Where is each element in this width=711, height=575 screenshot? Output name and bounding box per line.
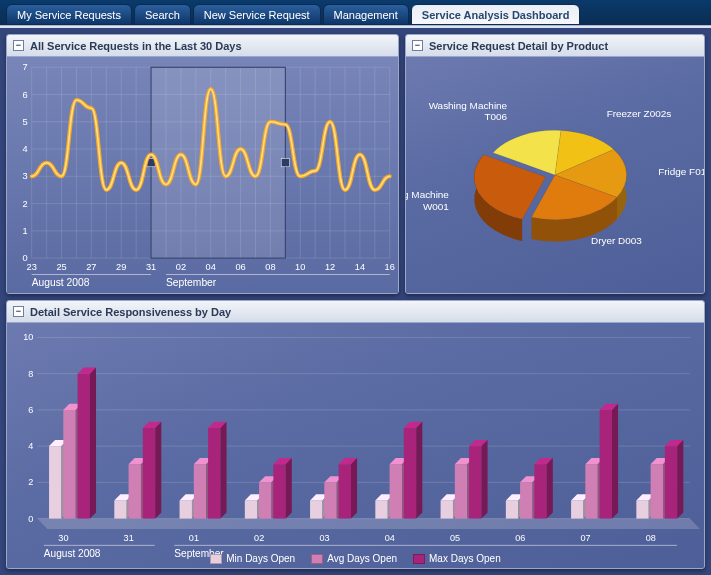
panel-header: − All Service Requests in the Last 30 Da… xyxy=(7,35,398,57)
svg-rect-76 xyxy=(49,446,61,518)
svg-text:Dryer D003: Dryer D003 xyxy=(591,235,642,246)
svg-rect-112 xyxy=(310,500,322,518)
svg-rect-151 xyxy=(585,464,597,518)
svg-rect-100 xyxy=(208,428,220,519)
svg-text:Washing Machine: Washing Machine xyxy=(429,100,508,111)
svg-rect-34 xyxy=(151,67,285,258)
svg-rect-136 xyxy=(469,446,481,518)
panel-title: Service Request Detail by Product xyxy=(429,40,608,52)
tab-service-analysis-dashboard[interactable]: Service Analysis Dashboard xyxy=(411,4,581,25)
svg-rect-145 xyxy=(534,464,546,518)
panel-title: Detail Service Responsiveness by Day xyxy=(30,306,231,318)
svg-rect-79 xyxy=(63,410,75,519)
svg-text:01: 01 xyxy=(189,533,199,543)
svg-marker-120 xyxy=(351,458,357,519)
svg-marker-138 xyxy=(481,440,487,519)
legend-avg-label: Avg Days Open xyxy=(327,553,397,564)
dashboard-content: − All Service Requests in the Last 30 Da… xyxy=(0,28,711,575)
svg-text:07: 07 xyxy=(580,533,590,543)
svg-marker-147 xyxy=(547,458,553,519)
svg-text:10: 10 xyxy=(23,332,33,342)
svg-text:29: 29 xyxy=(116,262,126,272)
svg-marker-84 xyxy=(90,367,96,518)
pie-chart: Washing MachineT006Freezer Z002sFridge F… xyxy=(406,57,704,293)
svg-text:05: 05 xyxy=(450,533,460,543)
legend-max: Max Days Open xyxy=(413,553,501,564)
panel-title: All Service Requests in the Last 30 Days xyxy=(30,40,242,52)
panel-detail-by-product: − Service Request Detail by Product Wash… xyxy=(405,34,705,294)
svg-text:2: 2 xyxy=(28,477,33,487)
bar-chart: 0246810 30310102030405060708 August 2008… xyxy=(7,323,704,568)
svg-rect-91 xyxy=(143,428,155,519)
svg-text:5: 5 xyxy=(22,117,27,127)
svg-text:Freezer Z002s: Freezer Z002s xyxy=(607,108,672,119)
collapse-icon[interactable]: − xyxy=(13,306,24,317)
tab-new-service-request[interactable]: New Service Request xyxy=(193,4,321,25)
svg-text:4: 4 xyxy=(22,144,27,154)
svg-rect-139 xyxy=(506,500,518,518)
svg-text:W001: W001 xyxy=(423,201,449,212)
collapse-icon[interactable]: − xyxy=(13,40,24,51)
panel-header: − Service Request Detail by Product xyxy=(406,35,704,57)
svg-rect-142 xyxy=(520,482,532,518)
legend-min-label: Min Days Open xyxy=(226,553,295,564)
svg-text:06: 06 xyxy=(515,533,525,543)
svg-text:8: 8 xyxy=(28,369,33,379)
svg-rect-121 xyxy=(375,500,387,518)
svg-text:04: 04 xyxy=(206,262,216,272)
collapse-icon[interactable]: − xyxy=(412,40,423,51)
panel-responsiveness-by-day: − Detail Service Responsiveness by Day 0… xyxy=(6,300,705,569)
svg-marker-75 xyxy=(37,519,700,529)
bar-legend: Min Days Open Avg Days Open Max Days Ope… xyxy=(7,553,704,564)
svg-rect-133 xyxy=(455,464,467,518)
svg-rect-103 xyxy=(245,500,257,518)
svg-rect-97 xyxy=(194,464,206,518)
svg-text:0: 0 xyxy=(28,514,33,524)
panel-body: 01234567 23252729310204060810121416 Augu… xyxy=(7,57,398,293)
svg-text:7: 7 xyxy=(22,62,27,72)
svg-rect-106 xyxy=(259,482,271,518)
tab-my-service-requests[interactable]: My Service Requests xyxy=(6,4,132,25)
svg-rect-130 xyxy=(441,500,453,518)
svg-text:3: 3 xyxy=(22,171,27,181)
tab-bar: My Service Requests Search New Service R… xyxy=(0,0,711,25)
tab-management[interactable]: Management xyxy=(323,4,409,25)
panel-body: Washing MachineT006Freezer Z002sFridge F… xyxy=(406,57,704,293)
svg-text:Washing Machine: Washing Machine xyxy=(406,189,449,200)
line-chart: 01234567 23252729310204060810121416 Augu… xyxy=(7,57,398,293)
legend-avg: Avg Days Open xyxy=(311,553,397,564)
svg-text:06: 06 xyxy=(235,262,245,272)
svg-rect-157 xyxy=(636,500,648,518)
svg-text:04: 04 xyxy=(385,533,395,543)
svg-text:4: 4 xyxy=(28,441,33,451)
svg-marker-165 xyxy=(677,440,683,519)
panel-header: − Detail Service Responsiveness by Day xyxy=(7,301,704,323)
svg-text:6: 6 xyxy=(22,90,27,100)
svg-rect-88 xyxy=(129,464,141,518)
svg-text:03: 03 xyxy=(319,533,329,543)
svg-text:16: 16 xyxy=(385,262,395,272)
svg-text:25: 25 xyxy=(56,262,66,272)
svg-text:27: 27 xyxy=(86,262,96,272)
svg-text:02: 02 xyxy=(176,262,186,272)
svg-marker-102 xyxy=(220,422,226,519)
legend-max-label: Max Days Open xyxy=(429,553,501,564)
svg-text:02: 02 xyxy=(254,533,264,543)
svg-text:08: 08 xyxy=(265,262,275,272)
svg-rect-36 xyxy=(281,159,289,167)
svg-text:August 2008: August 2008 xyxy=(32,277,90,288)
svg-rect-163 xyxy=(665,446,677,518)
svg-rect-124 xyxy=(390,464,402,518)
svg-text:31: 31 xyxy=(146,262,156,272)
svg-text:14: 14 xyxy=(355,262,365,272)
svg-text:31: 31 xyxy=(124,533,134,543)
svg-text:6: 6 xyxy=(28,405,33,415)
svg-text:Fridge F011b: Fridge F011b xyxy=(658,166,704,177)
svg-rect-82 xyxy=(78,374,90,519)
svg-rect-160 xyxy=(651,464,663,518)
svg-text:30: 30 xyxy=(58,533,68,543)
svg-text:September: September xyxy=(166,277,217,288)
svg-marker-129 xyxy=(416,422,422,519)
tab-search[interactable]: Search xyxy=(134,4,191,25)
panel-body: 0246810 30310102030405060708 August 2008… xyxy=(7,323,704,568)
